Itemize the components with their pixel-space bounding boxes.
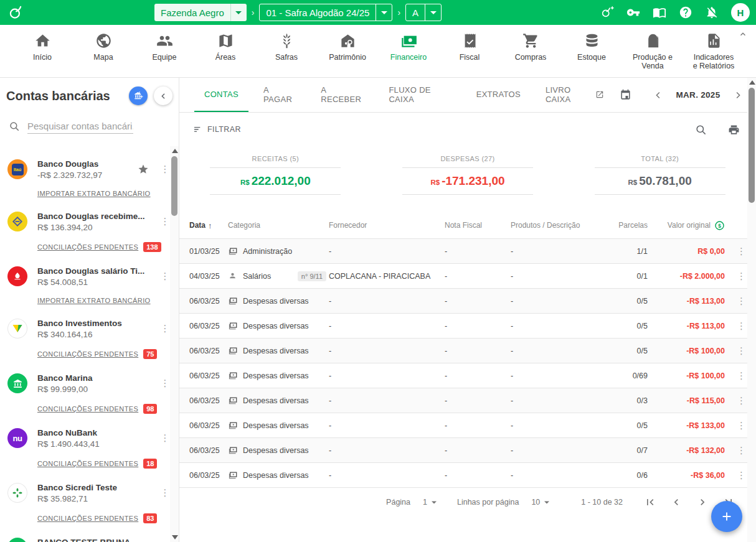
row-menu-icon[interactable]: ⋮ xyxy=(737,470,746,480)
key-icon[interactable] xyxy=(626,6,640,19)
collapse-nav-icon[interactable] xyxy=(739,30,747,39)
nav-item-inicio[interactable]: Início xyxy=(20,32,65,62)
transaction-row[interactable]: 06/03/25 Despesas diversas - - - 0/5 -R$… xyxy=(179,338,756,363)
farm-selector[interactable]: Fazenda Aegro xyxy=(154,4,247,21)
page-select[interactable]: 1 xyxy=(423,498,437,507)
tab-a-receber[interactable]: A RECEBER xyxy=(311,78,374,112)
aegro-plus-icon[interactable] xyxy=(600,6,614,19)
row-menu-icon[interactable]: ⋮ xyxy=(737,445,746,456)
nav-item-areas[interactable]: Áreas xyxy=(203,32,248,62)
account-action-link[interactable]: CONCILIAÇÕES PENDENTES xyxy=(37,405,138,413)
sidebar-scrollbar-thumb[interactable] xyxy=(171,156,177,216)
nav-item-compras[interactable]: Compras xyxy=(508,32,553,62)
nav-item-fiscal[interactable]: Fiscal xyxy=(447,32,492,62)
row-menu-icon[interactable]: ⋮ xyxy=(737,296,746,306)
nav-item-equipe[interactable]: Equipe xyxy=(142,32,187,62)
transaction-installments: 0/6 xyxy=(612,471,648,480)
knowledge-book-icon[interactable] xyxy=(653,6,666,19)
user-avatar[interactable]: H xyxy=(731,3,750,22)
account-action-link[interactable]: IMPORTAR EXTRATO BANCÁRIO xyxy=(37,297,151,304)
row-menu-icon[interactable]: ⋮ xyxy=(737,345,746,356)
tab-extratos[interactable]: EXTRATOS xyxy=(466,78,531,112)
rows-per-page-select[interactable]: 10 xyxy=(531,498,550,507)
account-action-link[interactable]: CONCILIAÇÕES PENDENTES xyxy=(37,515,138,522)
add-bank-account-button[interactable] xyxy=(129,86,148,105)
unit-selector-caret-icon[interactable] xyxy=(425,4,441,21)
add-transaction-fab[interactable] xyxy=(711,501,742,532)
print-icon[interactable] xyxy=(728,124,740,136)
account-menu-icon[interactable]: ⋮ xyxy=(160,164,170,175)
calendar-icon[interactable] xyxy=(614,84,636,106)
nav-item-estoque[interactable]: Estoque xyxy=(569,32,614,62)
farm-selector-caret-icon[interactable] xyxy=(230,4,247,21)
row-menu-icon[interactable]: ⋮ xyxy=(737,395,746,406)
nav-item-producao-venda[interactable]: Produção e Venda xyxy=(630,32,675,71)
transaction-row[interactable]: 06/03/25 Despesas diversas - - - 0/5 -R$… xyxy=(179,288,756,313)
previous-month-button[interactable] xyxy=(648,85,669,106)
row-menu-icon[interactable]: ⋮ xyxy=(737,370,746,381)
transaction-row[interactable]: 06/03/25 Despesas diversas - - - 0/5 -R$… xyxy=(179,413,756,437)
column-data[interactable]: Data↑ xyxy=(189,221,228,230)
account-menu-icon[interactable]: ⋮ xyxy=(160,487,170,498)
row-menu-icon[interactable]: ⋮ xyxy=(737,420,746,431)
help-icon[interactable] xyxy=(679,6,692,19)
transaction-row[interactable]: 06/03/25 Despesas diversas - - - 0/3 -R$… xyxy=(179,388,756,413)
nav-item-patrimonio[interactable]: Patrimônio xyxy=(325,32,370,62)
transaction-row[interactable]: 01/03/25 Administração - - - 1/1 R$ 0,00… xyxy=(179,238,756,263)
search-transactions-icon[interactable] xyxy=(695,124,707,136)
transaction-row[interactable]: 06/03/25 Despesas diversas - - - 0/7 -R$… xyxy=(179,437,756,462)
scroll-up-icon[interactable] xyxy=(749,80,755,85)
bank-account-balance: R$ 54.008,51 xyxy=(37,278,150,287)
account-menu-icon[interactable]: ⋮ xyxy=(160,216,170,227)
collapse-sidebar-button[interactable] xyxy=(154,86,172,105)
transaction-row[interactable]: 06/03/25 Despesas diversas - - - 0/5 -R$… xyxy=(179,313,756,338)
account-action-link[interactable]: CONCILIAÇÕES PENDENTES xyxy=(37,243,138,251)
search-bank-accounts-input[interactable] xyxy=(27,119,133,134)
notifications-off-icon[interactable] xyxy=(705,6,719,19)
safra-selector[interactable]: 01 - Safra Algodão 24/25 xyxy=(259,4,392,21)
column-fornecedor[interactable]: Fornecedor xyxy=(329,221,445,230)
star-icon[interactable] xyxy=(138,164,149,175)
account-menu-icon[interactable]: ⋮ xyxy=(160,378,170,389)
nav-item-mapa[interactable]: Mapa xyxy=(81,32,126,62)
scroll-up-icon[interactable] xyxy=(172,149,178,153)
column-categoria[interactable]: Categoria xyxy=(228,221,329,230)
nav-item-safras[interactable]: Safras xyxy=(264,32,309,62)
banco-do-brasil-logo-icon xyxy=(12,216,23,227)
bank-account-item: nu Banco NuBank R$ 1.490.443,41 ⋮ CONCIL… xyxy=(7,423,170,469)
safra-selector-caret-icon[interactable] xyxy=(376,4,392,21)
first-page-button[interactable] xyxy=(640,492,660,512)
tab-fluxo-de-caixa[interactable]: FLUXO DE CAIXA xyxy=(379,78,461,112)
column-valor-original[interactable]: Valor original $ xyxy=(648,220,725,231)
transaction-row[interactable]: 06/03/25 Despesas diversas - - - 0/6 -R$… xyxy=(179,462,756,487)
previous-page-button[interactable] xyxy=(666,492,686,512)
account-menu-icon[interactable]: ⋮ xyxy=(160,323,170,334)
transaction-row[interactable]: 04/03/25 Salários n° 9/11 COPLACANA - PI… xyxy=(179,263,756,288)
next-page-button[interactable] xyxy=(692,492,712,512)
bank-accounts-sidebar: Contas bancárias Itaú xyxy=(0,78,179,542)
tab-contas[interactable]: CONTAS xyxy=(194,78,248,112)
nav-item-financeiro[interactable]: Financeiro xyxy=(386,32,431,62)
main-scrollbar-thumb[interactable] xyxy=(749,88,755,203)
filter-button[interactable]: FILTRAR xyxy=(193,124,241,134)
column-produtos-descricao[interactable]: Produtos / Descrição xyxy=(511,221,612,230)
account-menu-icon[interactable]: ⋮ xyxy=(160,432,170,444)
transaction-row[interactable]: 06/03/25 Despesas diversas - - - 0/69 -R… xyxy=(179,363,756,388)
tab-livro-caixa[interactable]: LIVRO CAIXA xyxy=(536,78,614,112)
next-month-button[interactable] xyxy=(727,85,749,106)
scroll-down-icon[interactable] xyxy=(172,535,178,540)
row-menu-icon[interactable]: ⋮ xyxy=(737,246,746,256)
row-menu-icon[interactable]: ⋮ xyxy=(737,271,746,281)
account-menu-icon[interactable]: ⋮ xyxy=(160,271,170,282)
row-menu-icon[interactable]: ⋮ xyxy=(737,320,746,331)
main-scrollbar[interactable] xyxy=(747,78,756,542)
nav-item-indicadores[interactable]: Indicadores e Relatórios xyxy=(691,32,736,71)
account-action-link[interactable]: CONCILIAÇÕES PENDENTES xyxy=(37,460,138,467)
account-action-link[interactable]: CONCILIAÇÕES PENDENTES xyxy=(37,350,138,358)
column-nota-fiscal[interactable]: Nota Fiscal xyxy=(445,221,511,230)
account-action-link[interactable]: IMPORTAR EXTRATO BANCÁRIO xyxy=(37,190,151,197)
unit-selector[interactable]: A xyxy=(405,4,442,21)
tab-a-pagar[interactable]: A PAGAR xyxy=(253,78,306,112)
column-parcelas[interactable]: Parcelas xyxy=(612,221,648,230)
sidebar-scrollbar[interactable] xyxy=(170,146,179,542)
